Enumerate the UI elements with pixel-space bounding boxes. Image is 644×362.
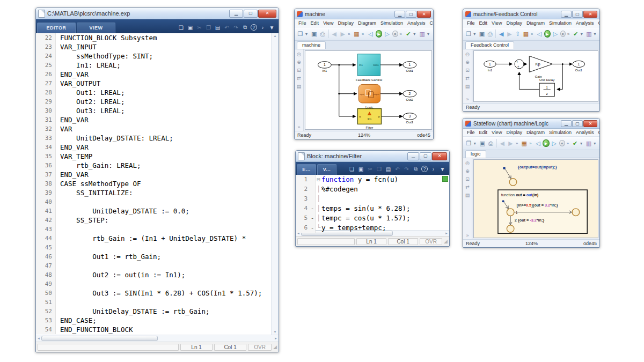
build-icon[interactable]: ▥ bbox=[419, 29, 426, 39]
step-forward-icon[interactable]: ▷ bbox=[384, 29, 391, 39]
scroll-down-icon[interactable]: ▼ bbox=[274, 330, 277, 334]
copy-icon[interactable]: ❐ bbox=[205, 25, 212, 31]
update-dropdown-icon[interactable]: ▾ bbox=[413, 32, 417, 36]
close-button[interactable]: ✕ bbox=[583, 11, 597, 18]
step-back-icon[interactable]: ◁ bbox=[367, 29, 374, 39]
build-icon[interactable]: ▥ bbox=[586, 138, 592, 148]
browser-overflow-icon[interactable]: » bbox=[531, 32, 535, 36]
open-dropdown-icon[interactable]: ▾ bbox=[474, 141, 478, 146]
resize-grip[interactable]: ◢ bbox=[444, 239, 448, 244]
menu-item[interactable]: Diagram bbox=[524, 130, 547, 135]
window-layout-icon[interactable]: ⧉ bbox=[241, 24, 248, 31]
redo-icon[interactable]: ↷ bbox=[403, 166, 410, 172]
minimize-button[interactable]: ▁ bbox=[394, 11, 405, 18]
forward-icon[interactable]: ▶ bbox=[339, 29, 346, 39]
filter-code-editor[interactable]: 1 ⊟ function y = fcn(u) 2 │ %#codegen 3 … bbox=[296, 175, 449, 230]
plc-titlebar[interactable]: C:\MATLAB\plcsrc\machine.exp ▁ ▢ ✕ bbox=[36, 8, 279, 19]
filter-titlebar[interactable]: Block: machine/Filter ▁ ▢ ✕ bbox=[296, 151, 449, 162]
legend-icon[interactable]: ▤ bbox=[465, 84, 470, 89]
junction[interactable] bbox=[507, 225, 514, 233]
explore-icon[interactable]: ◎ bbox=[465, 51, 470, 57]
back-icon[interactable]: ◀ bbox=[331, 29, 338, 39]
zoom-icon[interactable]: ⊕ bbox=[465, 168, 470, 174]
save-icon[interactable]: ▣ bbox=[479, 138, 486, 148]
expand-palette-icon[interactable]: » bbox=[297, 124, 300, 130]
horizontal-scrollbar[interactable]: ◄ ► bbox=[36, 335, 279, 342]
stateflow-canvas[interactable]: {output=out(input);} function out = out(… bbox=[473, 159, 598, 238]
print-icon[interactable]: ⎙ bbox=[487, 138, 494, 148]
menu-item[interactable]: Simulation bbox=[378, 20, 405, 26]
nav-overflow-icon[interactable]: » bbox=[516, 141, 519, 146]
help-icon[interactable]: ? bbox=[421, 166, 428, 172]
feedback-titlebar[interactable]: machine/Feedback Control ▁ ▢ ✕ bbox=[463, 9, 599, 19]
update-diagram-icon[interactable]: ✔ bbox=[572, 138, 579, 148]
step-forward-icon[interactable]: ▷ bbox=[552, 29, 559, 39]
zoom-icon[interactable]: ⊕ bbox=[297, 60, 301, 65]
fit-view-icon[interactable]: ⊡ bbox=[465, 176, 470, 182]
model-browser-icon[interactable]: ▦ bbox=[521, 138, 528, 148]
browser-overflow-icon[interactable]: » bbox=[529, 141, 533, 146]
fit-view-icon[interactable]: ⊡ bbox=[465, 68, 470, 73]
step-back-icon[interactable]: ◁ bbox=[535, 138, 541, 148]
junction[interactable] bbox=[509, 179, 517, 186]
minimize-button[interactable]: ▁ bbox=[561, 11, 572, 18]
menu-item[interactable]: Diagram bbox=[356, 20, 378, 26]
print-icon[interactable]: ⎙ bbox=[319, 29, 326, 39]
fold-toggle-icon[interactable]: ⊟ bbox=[316, 175, 321, 184]
menu-item[interactable]: Diagram bbox=[524, 20, 547, 26]
model-tab-feedback-control[interactable]: Feedback Control bbox=[465, 41, 514, 49]
update-dropdown-icon[interactable]: ▾ bbox=[581, 32, 584, 36]
save-icon[interactable]: ▣ bbox=[187, 25, 194, 31]
menu-item[interactable]: Display bbox=[335, 20, 356, 26]
save-icon[interactable]: ▣ bbox=[357, 166, 364, 172]
redo-icon[interactable]: ↷ bbox=[232, 25, 239, 31]
fit-view-icon[interactable]: ⊡ bbox=[297, 68, 301, 73]
build-icon[interactable]: ▥ bbox=[586, 29, 592, 39]
maximize-button[interactable]: ▢ bbox=[406, 11, 416, 18]
run-icon[interactable]: ▶ bbox=[543, 139, 549, 147]
direction-icon[interactable]: ⇄ bbox=[297, 76, 301, 81]
paste-icon[interactable]: ▤ bbox=[385, 166, 392, 172]
forward-icon[interactable]: ▶ bbox=[506, 29, 513, 39]
menu-item[interactable]: File bbox=[465, 20, 477, 26]
transition[interactable] bbox=[505, 169, 511, 178]
tab-view[interactable]: V... bbox=[317, 164, 336, 175]
close-button[interactable]: ✕ bbox=[258, 10, 276, 18]
collapse-toolstrip-icon[interactable]: ▼ bbox=[439, 166, 446, 172]
maximize-button[interactable]: ▢ bbox=[420, 152, 431, 160]
model-tab-machine[interactable]: machine bbox=[297, 41, 326, 49]
overflow-arrow-icon[interactable]: › bbox=[259, 25, 266, 31]
sim-overflow-icon[interactable]: » bbox=[567, 141, 570, 146]
step-forward-icon[interactable]: ▷ bbox=[551, 138, 558, 148]
tab-editor[interactable]: EDITOR bbox=[37, 23, 76, 33]
menu-item[interactable]: Edit bbox=[309, 20, 321, 26]
close-button[interactable]: ✕ bbox=[583, 120, 597, 127]
collapse-toolstrip-icon[interactable]: ▼ bbox=[268, 25, 275, 31]
back-icon[interactable]: ◀ bbox=[499, 138, 506, 148]
cut-icon[interactable]: ✂ bbox=[196, 25, 203, 31]
menu-item[interactable]: Analysis bbox=[405, 20, 428, 26]
menu-item[interactable]: Edit bbox=[477, 130, 490, 135]
explore-icon[interactable]: ◎ bbox=[297, 51, 301, 57]
menu-item[interactable]: Display bbox=[504, 20, 524, 26]
save-icon[interactable]: ▣ bbox=[479, 29, 485, 39]
forward-icon[interactable]: ▶ bbox=[507, 138, 514, 148]
open-icon[interactable]: ❐ bbox=[297, 29, 304, 39]
menu-item[interactable]: Simulation bbox=[547, 130, 574, 135]
tab-view[interactable]: VIEW bbox=[77, 23, 115, 33]
junction[interactable] bbox=[507, 209, 514, 216]
menu-item[interactable]: Code bbox=[596, 20, 600, 26]
update-diagram-icon[interactable]: ✔ bbox=[405, 29, 412, 39]
expand-palette-icon[interactable]: » bbox=[466, 97, 469, 102]
minimize-button[interactable]: ▁ bbox=[407, 152, 419, 160]
menu-item[interactable]: View bbox=[489, 20, 504, 26]
explore-icon[interactable]: ◎ bbox=[465, 160, 470, 166]
menu-item[interactable]: Analysis bbox=[574, 130, 596, 135]
model-browser-icon[interactable]: ▦ bbox=[523, 29, 529, 39]
scrollbar-thumb[interactable] bbox=[41, 336, 158, 341]
scroll-left-icon[interactable]: ◄ bbox=[37, 337, 40, 340]
menu-item[interactable]: Edit bbox=[477, 20, 490, 26]
copy-icon[interactable]: ❐ bbox=[376, 166, 383, 172]
build-dropdown-icon[interactable]: ▾ bbox=[594, 32, 597, 36]
legend-icon[interactable]: ▤ bbox=[297, 84, 302, 89]
